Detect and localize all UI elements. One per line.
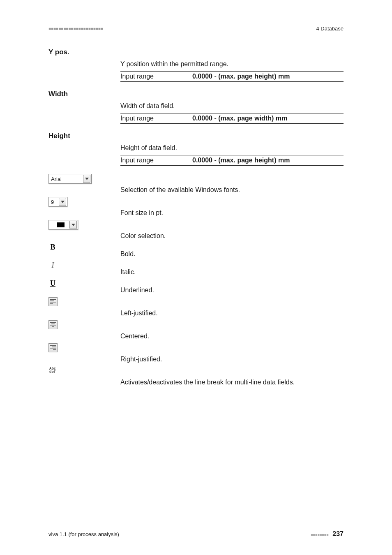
italic-icon[interactable]: I [48, 261, 57, 270]
param-desc: Activates/deactivates the line break for… [120, 379, 344, 386]
param-height: Height Height of data field. Input range… [48, 132, 344, 174]
param-align-left: Left-justified. [48, 297, 344, 320]
header-section: 4 Database [316, 25, 344, 32]
range-label: Input range [120, 157, 192, 164]
param-desc: Y position within the permitted range. [120, 60, 344, 68]
param-desc: Underlined. [120, 287, 344, 294]
svg-rect-6 [50, 325, 56, 326]
align-center-icon[interactable] [48, 320, 58, 329]
param-desc: Italic. [120, 268, 344, 276]
svg-rect-5 [51, 324, 55, 324]
page-footer: viva 1.1 (for process analysis) ■■■■■■■■… [0, 530, 392, 554]
param-bold: B Bold. [48, 243, 344, 261]
range-label: Input range [120, 73, 192, 80]
svg-rect-2 [50, 302, 56, 303]
param-underline: U Underlined. [48, 279, 344, 297]
color-dropdown[interactable] [48, 220, 78, 230]
page-header: ■■■■■■■■■■■■■■■■■■■■■■ 4 Database [48, 25, 344, 32]
underline-icon[interactable]: U [48, 279, 57, 288]
chevron-down-icon [69, 221, 77, 229]
param-desc: Bold. [120, 250, 344, 258]
param-desc: Selection of the available Windows fonts… [120, 186, 344, 194]
svg-rect-1 [50, 301, 54, 301]
font-dropdown[interactable]: Arial [48, 174, 92, 184]
param-color: Color selection. [48, 220, 344, 243]
input-range-row: Input range 0.0000 - (max. page height) … [120, 155, 344, 166]
chevron-down-icon [83, 175, 90, 183]
font-size-dropdown[interactable]: 9 [48, 197, 67, 207]
chevron-down-icon [59, 198, 66, 206]
param-desc: Height of data field. [120, 144, 344, 152]
footer-page-number: 237 [332, 530, 344, 537]
input-range-row: Input range 0.0000 - (max. page width) m… [120, 113, 344, 124]
svg-rect-4 [50, 322, 56, 323]
range-label: Input range [120, 115, 192, 122]
param-desc: Font size in pt. [120, 209, 344, 217]
footer-ornament: ■■■■■■■■ [311, 533, 329, 537]
range-value: 0.0000 - (max. page height) mm [192, 157, 290, 164]
line-break-icon[interactable]: Abc def [48, 366, 57, 375]
bold-icon[interactable]: B [48, 243, 57, 252]
param-desc: Width of data field. [120, 102, 344, 110]
param-font: Arial Selection of the available Windows… [48, 174, 344, 197]
range-value: 0.0000 - (max. page height) mm [192, 73, 290, 80]
font-dropdown-value: Arial [51, 176, 62, 182]
svg-rect-3 [50, 303, 53, 304]
color-swatch-icon [57, 222, 65, 227]
footer-product: viva 1.1 (for process analysis) [48, 531, 119, 537]
header-ornament-left: ■■■■■■■■■■■■■■■■■■■■■■ [48, 26, 103, 31]
svg-rect-10 [50, 348, 56, 349]
param-width: Width Width of data field. Input range 0… [48, 90, 344, 132]
font-size-value: 9 [51, 199, 54, 205]
param-label: Height [48, 132, 70, 140]
align-right-icon[interactable] [48, 343, 58, 352]
svg-rect-0 [50, 299, 56, 300]
align-left-icon[interactable] [48, 297, 58, 306]
param-align-right: Right-justified. [48, 343, 344, 366]
svg-rect-9 [52, 347, 56, 347]
param-desc: Centered. [120, 333, 344, 340]
range-value: 0.0000 - (max. page width) mm [192, 115, 287, 122]
param-desc: Color selection. [120, 232, 344, 240]
param-label: Width [48, 90, 68, 98]
param-desc: Left-justified. [120, 310, 344, 317]
svg-rect-8 [50, 345, 56, 346]
param-label: Y pos. [48, 48, 69, 56]
param-align-center: Centered. [48, 320, 344, 343]
param-y-pos: Y pos. Y position within the permitted r… [48, 48, 344, 90]
param-italic: I Italic. [48, 261, 344, 279]
param-size: 9 Font size in pt. [48, 197, 344, 220]
param-line-break: Abc def Activates/deactivates the line b… [48, 366, 344, 389]
param-desc: Right-justified. [120, 356, 344, 363]
input-range-row: Input range 0.0000 - (max. page height) … [120, 71, 344, 82]
svg-rect-11 [53, 349, 56, 350]
line-break-icon-line2: def [49, 370, 56, 374]
svg-rect-7 [52, 326, 54, 327]
